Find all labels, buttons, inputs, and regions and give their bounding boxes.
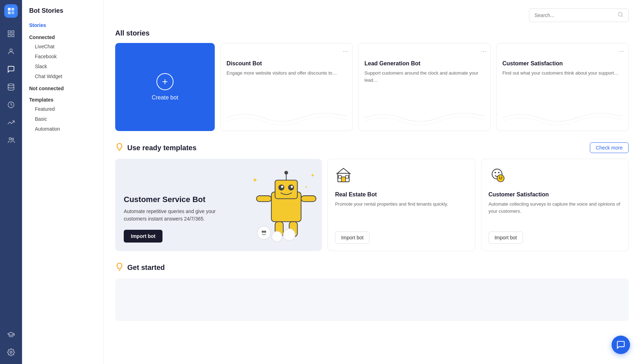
bot-card-lead: ··· Lead Generation Bot Support customer… xyxy=(358,43,491,131)
get-started-content xyxy=(115,278,629,321)
svg-point-13 xyxy=(10,351,12,353)
settings-nav-icon[interactable] xyxy=(4,345,18,360)
svg-rect-2 xyxy=(8,11,11,14)
bot-card-title-satisfaction: Customer Satisfaction xyxy=(502,60,623,67)
analytics-nav-icon[interactable] xyxy=(4,115,18,130)
svg-text:✦: ✦ xyxy=(305,185,308,189)
svg-point-9 xyxy=(8,84,14,86)
robot-illustration: ✦ ✦ ✦ xyxy=(247,162,322,244)
bot-card-discount: ··· Discount Bot Engage more website vis… xyxy=(220,43,353,131)
lightbulb-icon-2 xyxy=(115,262,124,273)
featured-import-button[interactable]: Import bot xyxy=(124,230,162,243)
svg-point-12 xyxy=(12,138,14,140)
svg-point-43 xyxy=(497,175,504,182)
sidebar-item-automation[interactable]: Automation xyxy=(22,124,103,134)
svg-point-42 xyxy=(498,172,500,173)
sidebar-stories-label[interactable]: Stories xyxy=(22,20,103,30)
templates-header: Use ready templates Check more xyxy=(115,142,629,153)
svg-rect-38 xyxy=(338,175,341,178)
main-content: All stories + Create bot ··· Discount Bo… xyxy=(104,0,640,364)
sidebar-item-featured[interactable]: Featured xyxy=(22,104,103,114)
database-nav-icon[interactable] xyxy=(4,80,18,94)
stories-grid: + Create bot ··· Discount Bot Engage mor… xyxy=(115,43,629,131)
svg-point-23 xyxy=(284,171,288,174)
icon-bar xyxy=(0,0,22,364)
all-stories-title: All stories xyxy=(115,29,629,37)
svg-rect-37 xyxy=(341,177,346,182)
bot-card-title-lead: Lead Generation Bot xyxy=(364,60,485,67)
svg-point-32 xyxy=(272,231,282,241)
sidebar-item-livechat[interactable]: LiveChat xyxy=(22,42,103,51)
svg-point-44 xyxy=(499,177,500,178)
svg-rect-3 xyxy=(11,11,14,14)
bot-card-desc-discount: Engage more website visitors and offer d… xyxy=(226,70,347,77)
app-logo[interactable] xyxy=(4,4,18,18)
satisfaction-template-title: Customer Satisfaction xyxy=(489,191,621,198)
sidebar-item-basic[interactable]: Basic xyxy=(22,114,103,124)
sidebar-templates-label: Templates xyxy=(22,93,103,104)
lightbulb-icon xyxy=(115,143,124,153)
svg-rect-25 xyxy=(301,196,316,202)
templates-section-title: Use ready templates xyxy=(115,143,197,153)
svg-rect-39 xyxy=(346,175,348,178)
satisfaction-icon xyxy=(489,166,621,186)
svg-rect-1 xyxy=(11,8,14,11)
chat-nav-icon[interactable] xyxy=(4,62,18,77)
bot-card-satisfaction: ··· Customer Satisfaction Find out what … xyxy=(496,43,629,131)
history-nav-icon[interactable] xyxy=(4,97,18,112)
contacts-nav-icon[interactable] xyxy=(4,44,18,59)
sidebar-not-connected-label: Not connected xyxy=(22,81,103,93)
chat-fab-button[interactable] xyxy=(612,336,630,354)
dashboard-nav-icon[interactable] xyxy=(4,26,18,41)
wave-decoration-3 xyxy=(502,107,623,125)
satisfaction-template-card: Customer Satisfaction Automate collectin… xyxy=(481,159,629,251)
svg-rect-6 xyxy=(8,34,10,37)
satisfaction-import-button[interactable]: Import bot xyxy=(489,232,523,244)
svg-line-15 xyxy=(622,16,623,17)
svg-rect-5 xyxy=(12,31,14,33)
create-bot-card[interactable]: + Create bot xyxy=(115,43,215,131)
svg-rect-0 xyxy=(8,8,11,11)
svg-point-11 xyxy=(9,138,11,140)
get-started-title: Get started xyxy=(115,262,629,273)
svg-text:✦: ✦ xyxy=(310,173,315,178)
sidebar-title: Bot Stories xyxy=(22,7,103,20)
featured-template-card: ✦ ✦ ✦ Customer Service Bot Automate repe… xyxy=(115,159,322,251)
create-bot-icon: + xyxy=(156,73,174,90)
bot-card-desc-lead: Support customers around the clock and a… xyxy=(364,70,485,83)
real-estate-icon xyxy=(335,166,468,186)
sidebar-item-slack[interactable]: Slack xyxy=(22,61,103,71)
search-input[interactable] xyxy=(534,12,618,18)
bot-card-title-discount: Discount Bot xyxy=(226,60,347,67)
bot-card-desc-satisfaction: Find out what your customers think about… xyxy=(502,70,623,77)
svg-rect-24 xyxy=(257,196,272,202)
real-estate-title: Real Estate Bot xyxy=(335,191,468,198)
search-icon xyxy=(618,12,623,19)
bot-card-menu-discount[interactable]: ··· xyxy=(343,48,348,55)
sidebar: Bot Stories Stories Connected LiveChat F… xyxy=(22,0,104,364)
bot-card-menu-satisfaction[interactable]: ··· xyxy=(619,48,624,55)
real-estate-desc: Promote your rental properties and find … xyxy=(335,201,468,226)
check-more-button[interactable]: Check more xyxy=(590,142,629,153)
create-bot-label: Create bot xyxy=(152,94,178,101)
svg-rect-4 xyxy=(8,31,10,33)
bot-card-menu-lead[interactable]: ··· xyxy=(481,48,486,55)
wave-decoration-2 xyxy=(364,107,485,125)
sidebar-item-facebook[interactable]: Facebook xyxy=(22,51,103,61)
learn-nav-icon[interactable] xyxy=(4,327,18,342)
featured-template-title: Customer Service Bot xyxy=(124,195,216,204)
team-nav-icon[interactable] xyxy=(4,133,18,148)
sidebar-item-chat-widget[interactable]: Chat Widget xyxy=(22,71,103,81)
svg-rect-7 xyxy=(12,34,14,37)
sidebar-connected-label: Connected xyxy=(22,30,103,42)
main-header xyxy=(115,9,629,22)
search-box[interactable] xyxy=(529,9,629,22)
svg-point-41 xyxy=(495,172,496,173)
real-estate-import-button[interactable]: Import bot xyxy=(335,232,369,244)
svg-point-45 xyxy=(501,177,502,178)
svg-text:✦: ✦ xyxy=(252,177,258,184)
svg-point-34 xyxy=(262,230,264,233)
templates-grid: ✦ ✦ ✦ Customer Service Bot Automate repe… xyxy=(115,159,629,251)
wave-decoration xyxy=(226,107,347,125)
satisfaction-template-desc: Automate collecting surveys to capture t… xyxy=(489,201,621,226)
